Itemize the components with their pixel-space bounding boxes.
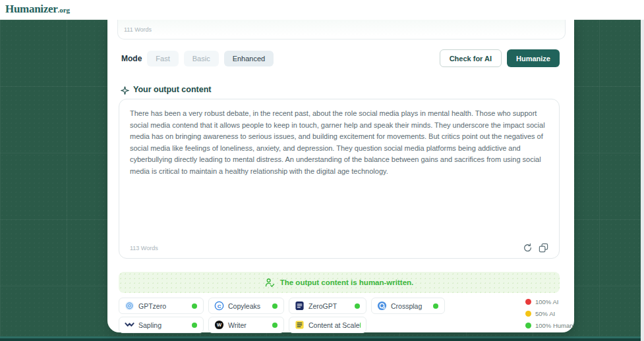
detector-copyleaks[interactable]: C Copyleaks (208, 298, 284, 314)
status-dot-green (192, 323, 197, 328)
detector-label: ZeroGPT (308, 302, 337, 310)
mode-option-fast[interactable]: Fast (147, 51, 178, 66)
red-dot-icon (525, 299, 531, 305)
input-word-count: 111 Words (124, 26, 152, 33)
banner-text: The output content is human-written. (280, 278, 414, 286)
output-word-count: 113 Words (130, 245, 158, 251)
detector-label: Writer (228, 321, 247, 329)
brand-name: Humanizer (5, 3, 57, 15)
brand-logo[interactable]: Humanizer.org (5, 3, 70, 16)
status-dot-green (433, 303, 438, 309)
legend-100-human: 100% Human (525, 322, 573, 329)
detector-label: GPTzero (138, 302, 166, 310)
svg-text:W: W (217, 322, 222, 328)
zerogpt-icon (295, 301, 305, 311)
writer-icon: W (214, 320, 224, 330)
detector-label: Sapling (138, 321, 161, 329)
mode-selector: Mode Fast Basic Enhanced (121, 49, 279, 67)
detector-label: Copyleaks (228, 302, 260, 310)
status-dot-green (192, 303, 197, 309)
action-buttons: Check for AI Humanize (440, 49, 560, 67)
sparkle-icon (121, 86, 129, 94)
brand-tld: .org (57, 6, 70, 14)
status-dot-green (272, 323, 278, 328)
mode-option-basic[interactable]: Basic (184, 51, 219, 66)
output-section-title: Your output content (133, 85, 212, 94)
bottom-edge (0, 336, 644, 341)
top-header: Humanizer.org (0, 0, 644, 20)
humanize-button[interactable]: Humanize (507, 49, 560, 67)
detector-zerogpt[interactable]: ZeroGPT (289, 298, 366, 314)
mode-label: Mode (121, 54, 142, 63)
detector-label: Crossplag (391, 302, 422, 310)
regenerate-icon[interactable] (523, 243, 533, 253)
output-toolbar (523, 243, 548, 253)
output-text: There has been a very robust debate, in … (119, 99, 559, 186)
legend-label: 50% AI (535, 310, 555, 317)
input-content-box[interactable]: 111 Words (117, 20, 566, 39)
yellow-dot-icon (525, 311, 531, 317)
detector-writer[interactable]: W Writer (208, 317, 284, 333)
content-at-scale-icon (295, 320, 305, 330)
copy-icon[interactable] (539, 243, 548, 253)
mode-option-enhanced[interactable]: Enhanced (224, 51, 274, 66)
human-written-banner: The output content is human-written. (119, 272, 560, 293)
gptzero-icon (125, 301, 134, 311)
copyleaks-icon: C (214, 301, 224, 311)
sapling-icon (125, 320, 134, 330)
check-for-ai-button[interactable]: Check for AI (440, 49, 502, 67)
detector-sapling[interactable]: Sapling (119, 317, 204, 333)
legend-50-ai: 50% AI (525, 310, 573, 317)
legend-100-ai: 100% AI (525, 298, 573, 305)
crossplag-icon (377, 301, 387, 311)
detector-gptzero[interactable]: GPTzero (119, 298, 204, 314)
main-panel: 111 Words Mode Fast Basic Enhanced Check… (107, 20, 574, 332)
detector-crossplag[interactable]: Crossplag (371, 298, 445, 314)
legend-label: 100% AI (535, 298, 558, 305)
green-dot-icon (525, 323, 531, 328)
detector-content-at-scale[interactable]: Content at Scale (289, 317, 366, 333)
output-content-box[interactable]: There has been a very robust debate, in … (119, 99, 560, 259)
svg-text:C: C (218, 303, 221, 309)
detector-results: GPTzero C Copyleaks ZeroGPT Crossplag (119, 298, 475, 333)
page-scrollbar[interactable] (641, 0, 644, 341)
human-check-icon (265, 278, 275, 288)
legend-label: 100% Human (535, 322, 573, 329)
output-section-header: Your output content (121, 85, 212, 94)
detector-legend: 100% AI 50% AI 100% Human (525, 298, 573, 329)
status-dot-green (355, 303, 360, 309)
detector-label: Content at Scale (308, 321, 360, 329)
status-dot-green (272, 303, 278, 309)
